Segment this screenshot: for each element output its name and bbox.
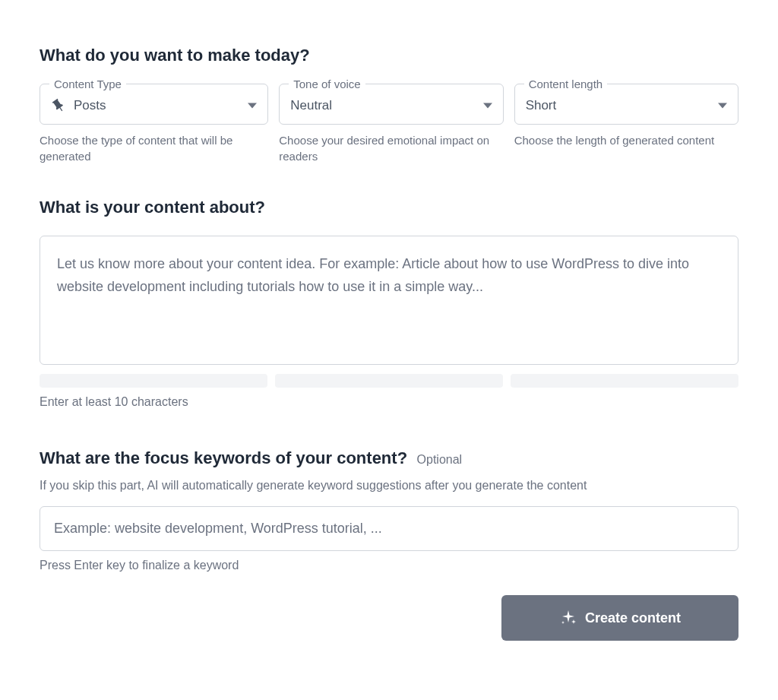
sparkle-icon [559,609,577,627]
length-legend: Content length [529,78,603,90]
skeleton-row [40,374,738,388]
chevron-down-icon [718,101,727,110]
content-type-value: Posts [74,98,240,113]
heading-make-today: What do you want to make today? [40,46,738,65]
keywords-subtext: If you skip this part, AI will automatic… [40,479,738,493]
skeleton-bar [40,374,267,388]
heading-content-about: What is your content about? [40,198,738,217]
length-select[interactable]: Content length Short [514,84,738,125]
length-value: Short [526,98,710,113]
tone-helper: Choose your desired emotional impact on … [279,132,503,164]
heading-focus-keywords: What are the focus keywords of your cont… [40,448,407,467]
chevron-down-icon [483,101,492,110]
dropdowns-row: Content Type Posts Choose the type of co… [40,84,738,164]
content-type-legend: Content Type [54,78,122,90]
content-about-textarea[interactable] [40,236,738,365]
tone-value: Neutral [290,98,475,113]
tone-select[interactable]: Tone of voice Neutral [279,84,503,125]
field-tone: Tone of voice Neutral Choose your desire… [279,84,503,164]
keywords-hint: Press Enter key to finalize a keyword [40,559,738,572]
skeleton-bar [511,374,738,388]
create-content-button[interactable]: Create content [501,595,738,641]
tone-legend: Tone of voice [293,78,360,90]
field-content-type: Content Type Posts Choose the type of co… [40,84,268,164]
keywords-input[interactable] [40,506,738,551]
optional-label: Optional [417,453,463,466]
skeleton-bar [275,374,503,388]
field-length: Content length Short Choose the length o… [514,84,738,164]
chevron-down-icon [248,101,257,110]
pin-icon [51,98,66,113]
content-about-hint: Enter at least 10 characters [40,395,738,409]
create-content-label: Create content [585,610,681,626]
content-type-helper: Choose the type of content that will be … [40,132,268,164]
content-type-select[interactable]: Content Type Posts [40,84,268,125]
length-helper: Choose the length of generated content [514,132,738,148]
